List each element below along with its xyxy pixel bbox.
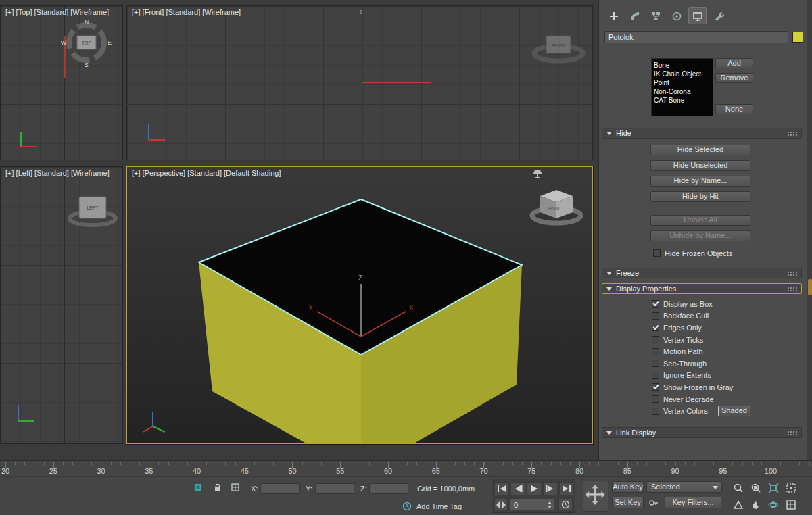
viewport-top-label[interactable]: [+] [Top] [Standard] [Wireframe] xyxy=(5,8,109,16)
checkbox-row[interactable]: Backface Cull xyxy=(652,310,804,322)
hide-category-item[interactable]: Bone xyxy=(654,61,711,70)
maximize-viewport-icon[interactable] xyxy=(783,498,799,512)
hide-by-hit-button[interactable]: Hide by Hit xyxy=(650,191,750,202)
absolute-offset-mode-icon[interactable] xyxy=(229,481,242,493)
y-coord-field[interactable] xyxy=(315,483,354,494)
isolate-selection-icon[interactable] xyxy=(191,481,205,493)
checkbox[interactable] xyxy=(652,336,659,343)
selection-filter-dropdown[interactable]: Selected xyxy=(646,481,722,493)
hide-category-list[interactable]: BoneIK Chain ObjectPointNon-CoronaCAT Bo… xyxy=(651,58,713,116)
checkbox-row[interactable]: Vertex Ticks xyxy=(652,334,804,346)
selected-box-object[interactable] xyxy=(199,199,522,444)
hide-category-item[interactable]: Non-Corona xyxy=(654,87,711,96)
rollout-grip[interactable] xyxy=(787,271,797,276)
checkbox[interactable] xyxy=(652,348,659,355)
hide-frozen-row[interactable]: Hide Frozen Objects xyxy=(653,247,732,260)
timeline-ruler[interactable]: 20253035404550556065707580859095100 xyxy=(0,460,812,476)
none-button[interactable]: None xyxy=(715,104,753,114)
x-coord-field[interactable] xyxy=(260,483,300,494)
move-arrows-icon[interactable] xyxy=(583,481,608,512)
pan-icon[interactable] xyxy=(748,498,764,512)
previous-frame-button[interactable] xyxy=(510,482,525,495)
auto-key-button[interactable]: Auto Key xyxy=(612,481,644,493)
viewport-front[interactable]: [+] [Front] [Standard] [Wireframe] z FRO… xyxy=(126,5,593,160)
zoom-all-icon[interactable] xyxy=(748,481,764,495)
compass-w[interactable]: W xyxy=(61,39,67,46)
viewport-top[interactable]: [+] [Top] [Standard] [Wireframe] TOP N S… xyxy=(0,5,123,160)
checkbox-row[interactable]: Never Degrade xyxy=(652,393,804,406)
hide-category-item[interactable]: Point xyxy=(654,78,711,87)
checkbox[interactable] xyxy=(652,300,659,308)
hide-category-item[interactable]: CAT Bone xyxy=(654,96,711,105)
frame-step-arrows[interactable] xyxy=(494,499,508,510)
tab-motion[interactable] xyxy=(667,7,686,24)
checkbox[interactable] xyxy=(652,383,659,391)
object-name-input[interactable] xyxy=(604,31,788,43)
add-time-tag-label[interactable]: Add Time Tag xyxy=(416,502,462,510)
checkbox[interactable] xyxy=(652,360,659,367)
viewcube-front[interactable]: FRONT xyxy=(530,24,588,66)
rollout-grip[interactable] xyxy=(787,131,797,136)
zoom-icon[interactable] xyxy=(730,481,746,495)
checkbox-row[interactable]: See-Through xyxy=(652,358,804,370)
remove-button[interactable]: Remove xyxy=(715,73,753,83)
next-frame-button[interactable] xyxy=(543,482,558,495)
add-button[interactable]: Add xyxy=(715,58,753,68)
go-to-start-button[interactable] xyxy=(494,482,509,495)
viewcube-left[interactable]: LEFT xyxy=(66,189,122,228)
rollout-grip[interactable] xyxy=(787,431,797,435)
tab-hierarchy[interactable] xyxy=(646,7,665,24)
object-edge-line[interactable] xyxy=(127,82,593,82)
checkbox[interactable] xyxy=(652,324,659,331)
z-coord-field[interactable] xyxy=(369,483,408,494)
viewcube-compass[interactable]: TOP N S W E xyxy=(60,16,113,70)
set-key-button[interactable]: Set Key xyxy=(612,497,644,508)
viewport-perspective[interactable]: [+] [Perspective] [Standard] [Default Sh… xyxy=(126,166,593,444)
hide-frozen-checkbox[interactable] xyxy=(653,249,661,257)
checkbox-row[interactable]: Display as Box xyxy=(652,298,804,310)
compass-n[interactable]: N xyxy=(85,19,89,26)
lighting-icon[interactable] xyxy=(533,170,542,178)
rollout-display-properties[interactable]: Display Properties xyxy=(602,283,802,294)
rollout-grip[interactable] xyxy=(787,287,797,291)
play-button[interactable] xyxy=(527,482,542,495)
rollout-freeze[interactable]: Freeze xyxy=(602,268,802,278)
tab-display[interactable] xyxy=(688,7,707,24)
spinner-arrows[interactable] xyxy=(546,499,553,510)
checkbox[interactable] xyxy=(652,312,659,320)
panel-scrollbar[interactable] xyxy=(807,0,812,460)
tab-utilities[interactable] xyxy=(709,7,727,24)
go-to-end-button[interactable] xyxy=(559,482,574,495)
selection-lock-icon[interactable] xyxy=(211,481,224,493)
shaded-button[interactable]: Shaded xyxy=(718,406,750,416)
hide-unselected-button[interactable]: Hide Unselected xyxy=(650,160,750,171)
hide-category-item[interactable]: IK Chain Object xyxy=(654,70,711,78)
checkbox-row[interactable]: Ignore Extents xyxy=(652,370,804,382)
tab-create[interactable] xyxy=(604,7,623,24)
compass-s[interactable]: S xyxy=(85,62,89,68)
panel-scrollbar-thumb[interactable] xyxy=(808,279,812,295)
zoom-region-icon[interactable] xyxy=(783,481,799,495)
checkbox-row[interactable]: Show Frozen in Gray xyxy=(652,381,804,393)
checkbox-row[interactable]: Edges Only xyxy=(652,322,804,334)
viewport-left-label[interactable]: [+] [Left] [Standard] [Wireframe] xyxy=(5,169,110,177)
viewport-front-label[interactable]: [+] [Front] [Standard] [Wireframe] xyxy=(132,8,241,16)
hide-by-name-button[interactable]: Hide by Name... xyxy=(650,176,750,187)
zoom-extents-icon[interactable] xyxy=(765,481,782,495)
tab-modify[interactable] xyxy=(625,7,644,24)
hide-selected-button[interactable]: Hide Selected xyxy=(650,145,750,155)
field-of-view-icon[interactable] xyxy=(730,498,746,512)
current-frame-spinner[interactable]: 0 xyxy=(510,499,554,510)
checkbox[interactable] xyxy=(652,408,659,415)
rollout-link-display[interactable]: Link Display xyxy=(602,427,802,438)
key-filters-button[interactable]: Key Filters... xyxy=(665,497,721,508)
checkbox-row[interactable]: Motion Path xyxy=(652,345,804,358)
key-mode-toggle-icon[interactable] xyxy=(558,499,573,510)
orbit-icon[interactable] xyxy=(765,498,782,512)
viewport-perspective-label[interactable]: [+] [Perspective] [Standard] [Default Sh… xyxy=(132,169,281,177)
unhide-all-button[interactable]: Unhide All xyxy=(650,215,750,226)
checkbox[interactable] xyxy=(652,372,659,379)
unhide-by-name-button[interactable]: Unhide by Name... xyxy=(650,230,750,241)
rollout-hide[interactable]: Hide xyxy=(602,128,802,139)
viewport-left[interactable]: [+] [Left] [Standard] [Wireframe] LEFT xyxy=(0,166,123,444)
